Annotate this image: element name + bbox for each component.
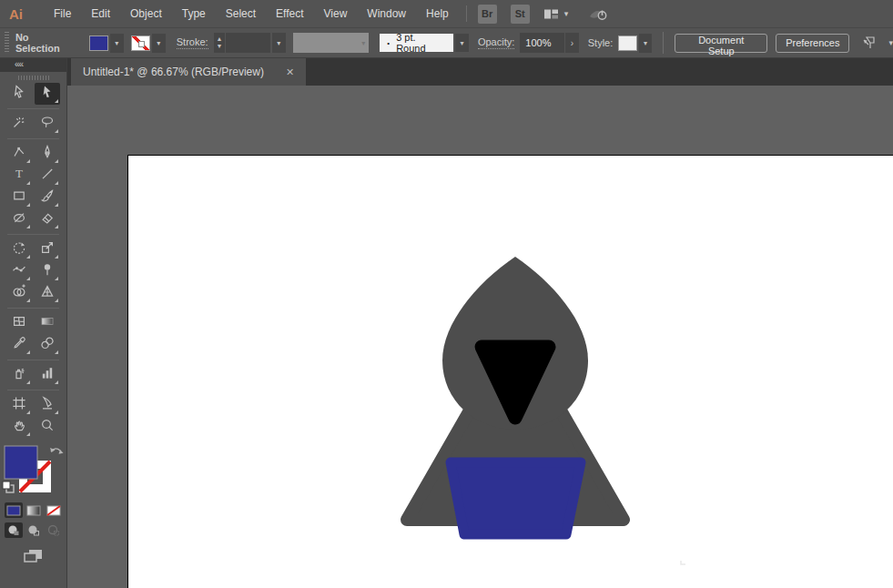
scale-tool[interactable]	[35, 238, 60, 260]
draw-inside-icon[interactable]	[45, 522, 63, 538]
chevron-down-icon[interactable]: ▾	[455, 34, 469, 52]
paintbrush-tool-icon	[40, 188, 55, 207]
swap-fill-stroke-icon[interactable]	[50, 448, 64, 454]
stroke-color-control[interactable]: ▾	[131, 34, 166, 53]
stroke-weight-input[interactable]	[226, 33, 270, 53]
symbol-sprayer-tool[interactable]	[6, 364, 32, 386]
width-tool[interactable]	[6, 260, 32, 282]
chevron-down-icon[interactable]: ▾	[110, 34, 124, 53]
menu-view[interactable]: View	[314, 0, 358, 27]
zoom-tool[interactable]	[35, 416, 60, 438]
eraser-tool[interactable]	[35, 208, 60, 230]
artwork-layer	[67, 86, 892, 588]
menu-help[interactable]: Help	[416, 0, 459, 27]
document-tab[interactable]: Untitled-1* @ 66.67% (RGB/Preview) ✕	[71, 58, 306, 86]
rotate-tool[interactable]	[6, 238, 32, 260]
perspective-grid-tool[interactable]	[35, 282, 60, 304]
hand-tool[interactable]	[6, 416, 32, 438]
menu-effect[interactable]: Effect	[266, 0, 313, 27]
close-icon[interactable]: ✕	[286, 66, 294, 78]
fill-color-swatch[interactable]	[89, 35, 108, 51]
magic-wand-tool[interactable]	[6, 113, 32, 135]
column-graph-tool[interactable]	[35, 364, 60, 386]
gradient-button-icon[interactable]	[25, 502, 43, 518]
default-fill-stroke-icon[interactable]	[3, 482, 14, 492]
workspace-switcher-icon[interactable]	[543, 7, 559, 21]
menu-window[interactable]: Window	[357, 0, 416, 27]
graphic-style-swatch[interactable]	[618, 35, 637, 51]
document-setup-button[interactable]: Document Setup	[675, 34, 767, 53]
menu-file[interactable]: File	[44, 0, 81, 27]
tool-group-divider	[7, 390, 59, 390]
shape-builder-tool[interactable]	[6, 282, 32, 304]
brush-definition-value[interactable]: • 3 pt. Round	[380, 34, 453, 52]
chevron-down-icon[interactable]: ▾	[564, 9, 569, 18]
pen-tool-icon	[40, 145, 55, 163]
collapse-panel-button[interactable]: ««	[0, 58, 66, 72]
pen-tool[interactable]	[35, 143, 60, 165]
draw-normal-icon[interactable]	[5, 522, 23, 538]
stock-button[interactable]: St	[511, 5, 530, 24]
menu-type[interactable]: Type	[172, 0, 216, 27]
chevron-down-icon[interactable]: ▾	[639, 34, 653, 53]
selection-tool-icon	[12, 85, 26, 103]
artwork-laptop-shape[interactable]	[451, 462, 581, 534]
color-button-icon[interactable]	[5, 502, 23, 518]
tool-group-divider	[7, 108, 59, 109]
paintbrush-tool[interactable]	[35, 187, 60, 208]
eyedropper-tool[interactable]	[6, 334, 32, 356]
gradient-tool[interactable]	[35, 312, 60, 334]
scale-tool-icon	[40, 240, 55, 259]
stroke-color-swatch[interactable]	[131, 35, 150, 51]
bridge-button[interactable]: Br	[478, 5, 497, 24]
slice-tool[interactable]	[35, 394, 60, 416]
opacity-input[interactable]: 100%	[520, 33, 564, 53]
fill-color-control[interactable]: ▾	[89, 34, 124, 53]
curvature-tool[interactable]	[6, 143, 32, 165]
opacity-arrow[interactable]: ›	[565, 33, 579, 53]
selection-tool[interactable]	[6, 83, 32, 105]
type-tool[interactable]: T	[6, 165, 32, 187]
puppet-warp-tool-icon	[40, 262, 55, 280]
zoom-tool-icon	[40, 418, 55, 436]
tool-group-divider	[7, 360, 59, 360]
menu-object[interactable]: Object	[120, 0, 172, 27]
draw-behind-icon[interactable]	[25, 522, 43, 538]
fill-indicator[interactable]	[5, 446, 37, 479]
tools-panel-grip[interactable]	[18, 76, 49, 80]
menu-edit[interactable]: Edit	[81, 0, 120, 27]
stroke-panel-link[interactable]: Stroke:	[177, 36, 208, 49]
screen-mode-button[interactable]	[0, 547, 66, 565]
tool-group-divider	[7, 308, 59, 309]
stroke-weight-stepper[interactable]: ▲▼	[214, 33, 226, 53]
shaper-tool[interactable]	[6, 208, 32, 230]
preferences-button[interactable]: Preferences	[776, 34, 849, 53]
panel-grip[interactable]	[5, 32, 9, 54]
opacity-panel-link[interactable]: Opacity:	[478, 36, 514, 49]
select-similar-options-icon[interactable]	[861, 35, 879, 51]
workspace: «« T	[0, 58, 893, 588]
chevron-down-icon[interactable]: ▾	[272, 33, 286, 53]
artboard-tool[interactable]	[6, 394, 32, 416]
blend-tool[interactable]	[35, 334, 60, 356]
canvas-pasteboard[interactable]	[67, 86, 893, 588]
chevron-down-icon: ▾	[361, 39, 365, 47]
gradient-tool-icon	[40, 314, 55, 332]
none-button-icon[interactable]	[45, 502, 63, 518]
chevron-down-icon[interactable]: ▾	[888, 38, 893, 47]
chevron-down-icon[interactable]: ▾	[152, 34, 166, 53]
line-segment-tool[interactable]	[35, 165, 60, 187]
artboard-tool-icon	[12, 396, 26, 414]
puppet-warp-tool[interactable]	[35, 260, 60, 282]
mesh-tool[interactable]	[6, 312, 32, 334]
menu-select[interactable]: Select	[216, 0, 266, 27]
app-logo: Ai	[9, 6, 33, 22]
rectangle-tool-icon	[12, 188, 26, 207]
gpu-performance-icon[interactable]	[588, 6, 608, 22]
lasso-tool[interactable]	[35, 113, 60, 135]
menubar-divider	[466, 5, 467, 22]
eyedropper-tool-icon	[12, 336, 26, 354]
slice-tool-icon	[40, 396, 55, 414]
direct-selection-tool[interactable]	[35, 83, 60, 105]
rectangle-tool[interactable]	[6, 187, 32, 208]
